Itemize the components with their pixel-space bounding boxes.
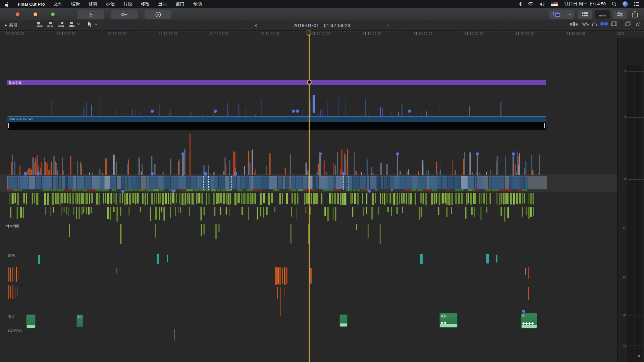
sound-effect-clip[interactable] (16, 267, 17, 282)
duplicate-view-button[interactable] (625, 21, 631, 26)
sound-effect-clip[interactable] (275, 267, 277, 285)
sound-effect-clip[interactable] (277, 287, 278, 299)
connected-clip[interactable] (513, 156, 514, 176)
menu-app-name[interactable]: Final Cut Pro (18, 2, 45, 7)
selected-clip-outline[interactable] (203, 176, 209, 190)
connected-clip[interactable] (233, 152, 235, 176)
effect-clip[interactable] (167, 255, 168, 262)
sound-effect-clip[interactable] (116, 268, 117, 274)
background-tasks-button[interactable] (144, 10, 172, 19)
sound-effect-clip[interactable] (14, 269, 14, 282)
sound-effect-clip[interactable] (310, 268, 312, 284)
notification-center-icon[interactable] (634, 2, 639, 6)
effect-clip[interactable] (157, 254, 159, 264)
sound-effect-clip[interactable] (15, 287, 15, 298)
menu-item[interactable]: 文件 (54, 1, 62, 7)
snapping-button[interactable]: N (636, 21, 640, 27)
sound-effect-clip[interactable] (10, 268, 11, 282)
minimize-window-button[interactable] (34, 12, 37, 16)
effect-clip[interactable] (38, 255, 40, 264)
connected-clip[interactable] (313, 95, 315, 113)
gopro-clip[interactable] (174, 329, 175, 341)
sound-effect-clip[interactable] (18, 270, 18, 280)
clip-appearance-button[interactable] (570, 21, 578, 27)
menu-item[interactable]: 窗口 (176, 1, 184, 7)
menu-item[interactable]: 修改 (141, 1, 150, 7)
selected-clip-outline[interactable] (231, 176, 237, 190)
menu-item[interactable]: 标记 (106, 1, 115, 7)
music-clip[interactable]: 戎祥 -… (439, 313, 458, 328)
filmstrip-view-button[interactable] (611, 21, 617, 26)
sound-effect-clip[interactable] (17, 287, 17, 296)
sound-effect-clip[interactable] (284, 287, 284, 297)
sound-effect-clip[interactable] (525, 268, 526, 275)
effect-clip[interactable] (496, 255, 497, 262)
gap-clip[interactable] (528, 176, 547, 189)
zoom-window-button[interactable] (51, 12, 55, 16)
show-browser-button[interactable] (578, 10, 592, 19)
viewer-options-dropdown[interactable] (565, 10, 575, 19)
playhead-ruler-marker[interactable] (307, 30, 311, 36)
sound-effect-clip[interactable] (284, 267, 285, 285)
music-clip[interactable] (26, 314, 36, 328)
sound-effect-clip[interactable] (279, 267, 281, 285)
siri-icon[interactable] (623, 1, 628, 7)
timecode-next-button[interactable]: › (387, 22, 389, 29)
apple-menu-icon[interactable] (5, 2, 9, 7)
video-clip-filmstrip[interactable] (7, 122, 546, 130)
audio-waveform-button[interactable] (582, 21, 589, 27)
sound-effect-clip[interactable] (12, 267, 13, 282)
menu-item[interactable]: 显示 (158, 1, 167, 7)
sound-effect-clip[interactable] (12, 285, 13, 299)
connect-edit-button[interactable] (36, 21, 43, 27)
connected-clip[interactable] (190, 134, 191, 176)
timecode-date[interactable]: 2018-01-01 (293, 23, 319, 28)
music-clip[interactable]: TI (76, 314, 83, 327)
wifi-icon[interactable] (528, 2, 534, 6)
menu-bar-clock[interactable]: 1月1日 周一 下午4:50 (564, 1, 606, 7)
title-clip[interactable]: 基本字幕 (7, 80, 546, 85)
menu-item[interactable]: 片段 (123, 1, 132, 7)
edit-options-chevron[interactable] (77, 23, 80, 25)
tool-options-chevron[interactable] (95, 23, 98, 25)
connected-clip[interactable] (316, 99, 316, 116)
sound-effect-clip[interactable] (282, 268, 283, 284)
show-inspector-button[interactable] (612, 10, 627, 19)
menu-item[interactable]: 帮助 (193, 1, 202, 7)
sound-effect-clip[interactable] (528, 267, 529, 279)
append-edit-button[interactable] (58, 21, 64, 27)
keyword-editor-button[interactable] (111, 10, 138, 19)
show-browser-viewer-button[interactable] (549, 10, 565, 19)
share-button[interactable] (632, 11, 638, 17)
sound-effect-clip[interactable] (10, 286, 11, 298)
music-clip[interactable]: 许… (521, 313, 537, 328)
spotlight-search-icon[interactable] (612, 2, 616, 6)
title-anchor-ring[interactable] (307, 80, 312, 84)
connected-clip[interactable] (319, 156, 321, 176)
timecode-prev-button[interactable]: ‹ (255, 22, 257, 29)
insert-edit-button[interactable] (47, 21, 54, 27)
connected-clip[interactable] (477, 156, 478, 176)
sound-effect-clip[interactable] (286, 267, 287, 284)
menu-item[interactable]: 修剪 (89, 1, 97, 7)
sound-effect-clip[interactable] (528, 287, 529, 300)
select-tool-button[interactable] (88, 21, 92, 27)
bluetooth-icon[interactable] (519, 2, 522, 6)
effect-clip[interactable] (486, 254, 489, 263)
overwrite-edit-button[interactable] (68, 21, 75, 27)
timeline-area[interactable]: 00:00:00:0000:10:00:0000:20:00:0000:30:0… (0, 30, 644, 362)
effect-clip[interactable] (420, 254, 423, 264)
selected-clip-outline[interactable] (343, 176, 348, 190)
skimming-button[interactable] (600, 21, 608, 26)
music-clip[interactable] (339, 314, 347, 327)
timeline-index-button[interactable]: ◆ 索引 (5, 22, 17, 28)
sound-effect-clip[interactable] (280, 287, 281, 316)
close-window-button[interactable] (16, 12, 19, 16)
connected-clip[interactable] (182, 155, 184, 176)
import-media-button[interactable] (77, 10, 105, 19)
input-source-flag-icon[interactable] (551, 2, 558, 6)
sound-effect-clip[interactable] (8, 267, 9, 282)
video-clip-header[interactable]: 3840-2160-2.4:1 (7, 116, 546, 122)
sound-effect-clip[interactable] (8, 285, 9, 299)
connected-clip[interactable] (397, 156, 398, 176)
